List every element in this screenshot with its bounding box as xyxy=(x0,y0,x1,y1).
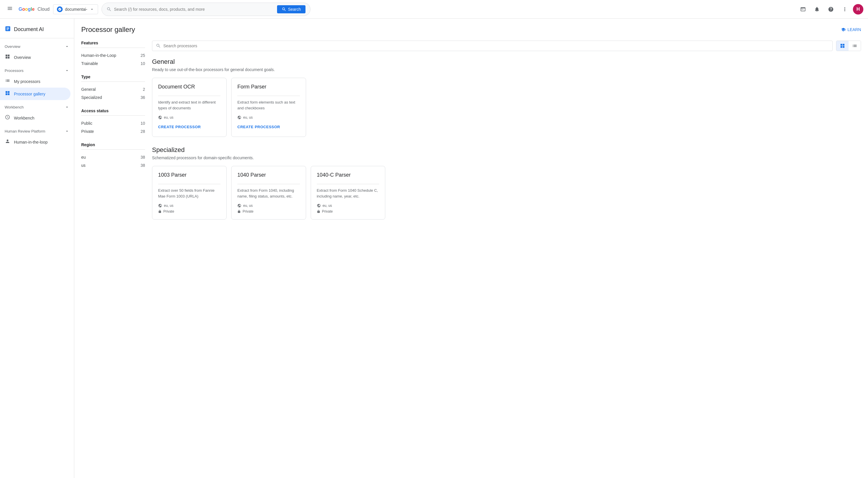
filter-private[interactable]: Private 28 xyxy=(81,127,145,135)
card-divider-fp xyxy=(237,96,300,96)
card-divider-1003 xyxy=(158,184,220,184)
1040c-parser-access-text: Private xyxy=(322,210,333,214)
project-name: documentai- xyxy=(65,7,87,11)
card-divider-1040 xyxy=(237,184,300,184)
user-avatar[interactable]: H xyxy=(853,4,863,14)
filter-label-general: General xyxy=(81,87,96,92)
chevron-up-icon xyxy=(65,44,69,49)
document-ocr-region: eu, us xyxy=(158,116,220,120)
1040c-parser-region: eu, us xyxy=(317,203,379,208)
filter-general[interactable]: General 2 xyxy=(81,85,145,93)
features-filter-title: Features xyxy=(81,41,145,48)
specialized-category-title: Specialized xyxy=(152,146,861,154)
more-options-icon[interactable] xyxy=(839,3,850,15)
filter-count-trainable: 10 xyxy=(141,61,145,66)
help-icon[interactable] xyxy=(825,3,837,15)
filter-label-specialized: Specialized xyxy=(81,95,102,100)
filter-public[interactable]: Public 10 xyxy=(81,119,145,127)
filter-count-specialized: 36 xyxy=(141,95,145,100)
form-parser-region-text: eu, us xyxy=(243,116,253,120)
sidebar: Document AI Overview Overview Processors xyxy=(0,19,74,478)
grid-view-button[interactable] xyxy=(836,41,848,51)
sidebar-section-overview: Overview Overview xyxy=(0,41,74,65)
my-processors-icon xyxy=(5,78,10,85)
general-category-desc: Ready to use out-of-the-box processors f… xyxy=(152,67,861,72)
general-cards-grid: Document OCR Identify and extract text i… xyxy=(152,78,861,137)
list-view-button[interactable] xyxy=(848,41,861,51)
sidebar-item-processor-gallery[interactable]: Processor gallery xyxy=(0,88,70,100)
globe-icon-fp xyxy=(237,116,241,120)
sidebar-item-my-processors[interactable]: My processors xyxy=(0,75,70,88)
sidebar-item-overview[interactable]: Overview xyxy=(0,51,70,64)
view-toggle xyxy=(836,41,861,51)
sidebar-item-human-in-the-loop[interactable]: Human-in-the-loop xyxy=(0,136,70,148)
type-filter-section: Type General 2 Specialized 36 xyxy=(81,74,145,101)
general-category-title: General xyxy=(152,58,861,66)
access-filter-title: Access status xyxy=(81,108,145,116)
filter-eu[interactable]: eu 38 xyxy=(81,153,145,161)
lock-icon-1040c xyxy=(317,210,320,213)
top-navigation: Google Cloud documentai- Search H xyxy=(0,0,868,19)
project-selector[interactable]: documentai- xyxy=(53,4,98,14)
content-area: Features Human-in-the-Loop 25 Trainable … xyxy=(81,41,861,229)
lock-icon-1003 xyxy=(158,210,162,213)
workbench-icon xyxy=(5,115,10,121)
processor-gallery-icon xyxy=(5,91,10,97)
terminal-icon[interactable] xyxy=(797,3,809,15)
chevron-up-icon-processors xyxy=(65,68,69,73)
filter-specialized[interactable]: Specialized 36 xyxy=(81,93,145,101)
global-search-input[interactable] xyxy=(114,7,275,11)
sidebar-section-processors: Processors My processors Processor galle… xyxy=(0,65,74,101)
form-parser-card[interactable]: Form Parser Extract form elements such a… xyxy=(231,78,306,137)
filter-label-us: us xyxy=(81,163,86,168)
document-ocr-title: Document OCR xyxy=(158,84,220,90)
form-parser-create-button[interactable]: CREATE PROCESSOR xyxy=(237,123,280,131)
type-filter-title: Type xyxy=(81,74,145,82)
sidebar-section-hrp-header[interactable]: Human Review Platform xyxy=(0,126,74,136)
filter-trainable[interactable]: Trainable 10 xyxy=(81,60,145,68)
filter-count-private: 28 xyxy=(141,129,145,134)
general-category-section: General Ready to use out-of-the-box proc… xyxy=(152,58,861,137)
1003-parser-meta: eu, us Private xyxy=(158,203,220,214)
processor-search-icon xyxy=(156,43,161,49)
processor-search-input[interactable] xyxy=(163,43,829,48)
1040c-parser-meta: eu, us Private xyxy=(317,203,379,214)
notifications-icon[interactable] xyxy=(811,3,823,15)
1040-parser-card[interactable]: 1040 Parser Extract from Form 1040, incl… xyxy=(231,166,306,220)
1040c-parser-access: Private xyxy=(317,210,379,214)
specialized-category-desc: Schematized processors for domain-specif… xyxy=(152,156,861,160)
1040c-parser-desc: Extract from Form 1040 Schedule C, inclu… xyxy=(317,188,379,199)
sidebar-item-workbench[interactable]: Workbench xyxy=(0,112,70,124)
lock-icon-1040 xyxy=(237,210,241,213)
1003-parser-access-text: Private xyxy=(163,210,174,214)
1003-parser-card[interactable]: 1003 Parser Extract over 50 fields from … xyxy=(152,166,226,220)
search-button[interactable]: Search xyxy=(277,5,306,13)
chevron-up-icon-hrp xyxy=(65,129,69,133)
hamburger-menu[interactable] xyxy=(5,3,15,15)
app-body: Document AI Overview Overview Processors xyxy=(0,19,868,478)
sidebar-section-overview-header[interactable]: Overview xyxy=(0,42,74,51)
globe-icon-1003 xyxy=(158,203,162,208)
learn-button[interactable]: LEARN xyxy=(841,27,861,32)
filters-panel: Features Human-in-the-Loop 25 Trainable … xyxy=(81,41,145,229)
filter-human-in-the-loop[interactable]: Human-in-the-Loop 25 xyxy=(81,51,145,60)
document-ocr-card[interactable]: Document OCR Identify and extract text i… xyxy=(152,78,226,137)
document-ocr-create-button[interactable]: CREATE PROCESSOR xyxy=(158,123,201,131)
main-content: Processor gallery LEARN Features Human-i… xyxy=(74,19,868,478)
filter-label-private: Private xyxy=(81,129,94,134)
sidebar-section-workbench: Workbench Workbench xyxy=(0,101,74,125)
filter-count-hitl: 25 xyxy=(141,53,145,58)
1040c-parser-card[interactable]: 1040-C Parser Extract from Form 1040 Sch… xyxy=(311,166,385,220)
sidebar-section-workbench-header[interactable]: Workbench xyxy=(0,102,74,112)
filter-us[interactable]: us 38 xyxy=(81,161,145,169)
form-parser-desc: Extract form elements such as text and c… xyxy=(237,99,300,111)
1040-parser-desc: Extract from Form 1040, including name, … xyxy=(237,188,300,199)
region-filter-title: Region xyxy=(81,142,145,150)
1003-parser-region: eu, us xyxy=(158,203,220,208)
sidebar-section-processors-header[interactable]: Processors xyxy=(0,66,74,75)
google-cloud-logo: Google Cloud xyxy=(19,7,50,12)
filter-label-hitl: Human-in-the-Loop xyxy=(81,53,116,58)
form-parser-meta: eu, us xyxy=(237,116,300,120)
specialized-category-section: Specialized Schematized processors for d… xyxy=(152,146,861,220)
chevron-up-icon-workbench xyxy=(65,105,69,109)
